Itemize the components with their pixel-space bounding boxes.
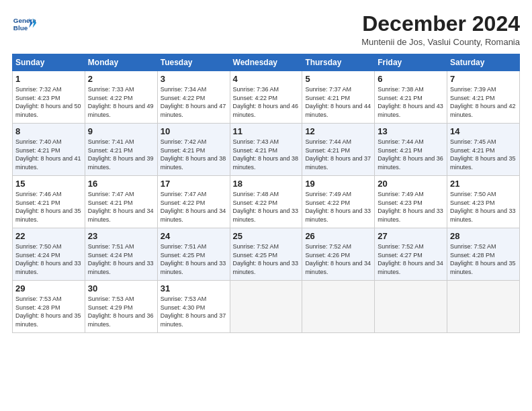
week-row-3: 15 Sunrise: 7:46 AMSunset: 4:21 PMDaylig… (13, 176, 520, 228)
day-detail: Sunrise: 7:43 AMSunset: 4:21 PMDaylight:… (233, 138, 299, 171)
logo-icon: General Blue (12, 12, 36, 36)
table-row: 22 Sunrise: 7:50 AMSunset: 4:24 PMDaylig… (13, 228, 85, 281)
table-row: 4 Sunrise: 7:36 AMSunset: 4:22 PMDayligh… (230, 71, 302, 124)
table-row: 16 Sunrise: 7:47 AMSunset: 4:21 PMDaylig… (85, 176, 157, 228)
day-number: 31 (161, 283, 227, 293)
day-detail: Sunrise: 7:51 AMSunset: 4:24 PMDaylight:… (88, 243, 154, 275)
table-row (375, 281, 447, 333)
table-row: 14 Sunrise: 7:45 AMSunset: 4:21 PMDaylig… (447, 124, 520, 176)
table-row: 9 Sunrise: 7:41 AMSunset: 4:21 PMDayligh… (85, 124, 157, 176)
col-monday: Monday (85, 54, 157, 71)
day-number: 5 (305, 74, 371, 84)
table-row: 24 Sunrise: 7:51 AMSunset: 4:25 PMDaylig… (157, 228, 230, 281)
table-row: 29 Sunrise: 7:53 AMSunset: 4:28 PMDaylig… (13, 281, 85, 333)
table-row: 8 Sunrise: 7:40 AMSunset: 4:21 PMDayligh… (13, 124, 85, 176)
day-number: 14 (450, 126, 517, 136)
logo: General Blue (12, 12, 36, 36)
table-row: 1 Sunrise: 7:32 AMSunset: 4:23 PMDayligh… (13, 71, 85, 124)
day-number: 4 (233, 74, 300, 84)
table-row: 5 Sunrise: 7:37 AMSunset: 4:21 PMDayligh… (302, 71, 375, 124)
day-number: 6 (378, 74, 444, 84)
day-detail: Sunrise: 7:48 AMSunset: 4:22 PMDaylight:… (233, 191, 299, 223)
day-detail: Sunrise: 7:41 AMSunset: 4:21 PMDaylight:… (88, 138, 154, 171)
table-row (302, 281, 375, 333)
day-number: 10 (161, 126, 227, 136)
col-friday: Friday (375, 54, 447, 71)
day-detail: Sunrise: 7:50 AMSunset: 4:23 PMDaylight:… (450, 191, 516, 223)
week-row-1: 1 Sunrise: 7:32 AMSunset: 4:23 PMDayligh… (13, 71, 520, 124)
day-detail: Sunrise: 7:53 AMSunset: 4:28 PMDaylight:… (15, 295, 81, 328)
day-number: 29 (15, 283, 82, 293)
table-row: 28 Sunrise: 7:52 AMSunset: 4:28 PMDaylig… (447, 228, 520, 281)
day-number: 30 (88, 283, 154, 293)
table-row: 3 Sunrise: 7:34 AMSunset: 4:22 PMDayligh… (157, 71, 230, 124)
day-detail: Sunrise: 7:49 AMSunset: 4:23 PMDaylight:… (378, 191, 443, 223)
day-detail: Sunrise: 7:44 AMSunset: 4:21 PMDaylight:… (305, 138, 371, 171)
col-tuesday: Tuesday (157, 54, 230, 71)
day-detail: Sunrise: 7:40 AMSunset: 4:21 PMDaylight:… (15, 138, 81, 171)
table-row: 12 Sunrise: 7:44 AMSunset: 4:21 PMDaylig… (302, 124, 375, 176)
svg-text:Blue: Blue (13, 24, 28, 32)
day-number: 26 (305, 231, 371, 241)
table-row: 30 Sunrise: 7:53 AMSunset: 4:29 PMDaylig… (85, 281, 157, 333)
table-row: 19 Sunrise: 7:49 AMSunset: 4:22 PMDaylig… (302, 176, 375, 228)
header-row: Sunday Monday Tuesday Wednesday Thursday… (13, 54, 520, 71)
day-detail: Sunrise: 7:38 AMSunset: 4:21 PMDaylight:… (378, 86, 443, 118)
svg-text:General: General (13, 17, 36, 24)
day-number: 15 (15, 179, 82, 189)
table-row: 23 Sunrise: 7:51 AMSunset: 4:24 PMDaylig… (85, 228, 157, 281)
day-detail: Sunrise: 7:45 AMSunset: 4:21 PMDaylight:… (450, 138, 516, 171)
day-detail: Sunrise: 7:52 AMSunset: 4:28 PMDaylight:… (450, 243, 516, 275)
week-row-4: 22 Sunrise: 7:50 AMSunset: 4:24 PMDaylig… (13, 228, 520, 281)
table-row: 6 Sunrise: 7:38 AMSunset: 4:21 PMDayligh… (375, 71, 447, 124)
table-row: 27 Sunrise: 7:52 AMSunset: 4:27 PMDaylig… (375, 228, 447, 281)
col-wednesday: Wednesday (230, 54, 302, 71)
table-row: 2 Sunrise: 7:33 AMSunset: 4:22 PMDayligh… (85, 71, 157, 124)
col-saturday: Saturday (447, 54, 520, 71)
table-row (230, 281, 302, 333)
day-detail: Sunrise: 7:46 AMSunset: 4:21 PMDaylight:… (15, 191, 81, 223)
week-row-5: 29 Sunrise: 7:53 AMSunset: 4:28 PMDaylig… (13, 281, 520, 333)
day-number: 25 (233, 231, 300, 241)
day-number: 24 (161, 231, 227, 241)
location-subtitle: Muntenii de Jos, Vaslui County, Romania (361, 37, 520, 47)
day-detail: Sunrise: 7:34 AMSunset: 4:22 PMDaylight:… (161, 86, 226, 118)
calendar-page: General Blue December 2024 Muntenii de J… (0, 0, 532, 411)
day-detail: Sunrise: 7:51 AMSunset: 4:25 PMDaylight:… (161, 243, 226, 275)
day-number: 9 (88, 126, 154, 136)
day-detail: Sunrise: 7:52 AMSunset: 4:27 PMDaylight:… (378, 243, 443, 275)
month-title: December 2024 (361, 12, 520, 36)
day-number: 13 (378, 126, 444, 136)
day-number: 28 (450, 231, 517, 241)
day-detail: Sunrise: 7:52 AMSunset: 4:26 PMDaylight:… (305, 243, 371, 275)
day-number: 17 (161, 179, 227, 189)
day-detail: Sunrise: 7:53 AMSunset: 4:29 PMDaylight:… (88, 295, 154, 328)
table-row: 10 Sunrise: 7:42 AMSunset: 4:21 PMDaylig… (157, 124, 230, 176)
day-number: 12 (305, 126, 371, 136)
day-detail: Sunrise: 7:52 AMSunset: 4:25 PMDaylight:… (233, 243, 299, 275)
day-detail: Sunrise: 7:42 AMSunset: 4:21 PMDaylight:… (161, 138, 226, 171)
day-number: 7 (450, 74, 517, 84)
title-block: December 2024 Muntenii de Jos, Vaslui Co… (361, 12, 520, 47)
table-row: 21 Sunrise: 7:50 AMSunset: 4:23 PMDaylig… (447, 176, 520, 228)
day-detail: Sunrise: 7:33 AMSunset: 4:22 PMDaylight:… (88, 86, 154, 118)
day-detail: Sunrise: 7:32 AMSunset: 4:23 PMDaylight:… (15, 86, 81, 118)
day-number: 18 (233, 179, 300, 189)
day-number: 1 (15, 74, 82, 84)
table-row: 25 Sunrise: 7:52 AMSunset: 4:25 PMDaylig… (230, 228, 302, 281)
day-detail: Sunrise: 7:50 AMSunset: 4:24 PMDaylight:… (15, 243, 81, 275)
day-detail: Sunrise: 7:36 AMSunset: 4:22 PMDaylight:… (233, 86, 299, 118)
day-detail: Sunrise: 7:49 AMSunset: 4:22 PMDaylight:… (305, 191, 371, 223)
day-number: 27 (378, 231, 444, 241)
table-row (447, 281, 520, 333)
table-row: 11 Sunrise: 7:43 AMSunset: 4:21 PMDaylig… (230, 124, 302, 176)
table-row: 15 Sunrise: 7:46 AMSunset: 4:21 PMDaylig… (13, 176, 85, 228)
day-number: 2 (88, 74, 154, 84)
table-row: 17 Sunrise: 7:47 AMSunset: 4:22 PMDaylig… (157, 176, 230, 228)
calendar-table: Sunday Monday Tuesday Wednesday Thursday… (12, 54, 520, 333)
day-number: 16 (88, 179, 154, 189)
day-number: 19 (305, 179, 371, 189)
table-row: 7 Sunrise: 7:39 AMSunset: 4:21 PMDayligh… (447, 71, 520, 124)
day-number: 3 (161, 74, 227, 84)
header: General Blue December 2024 Muntenii de J… (12, 12, 520, 47)
